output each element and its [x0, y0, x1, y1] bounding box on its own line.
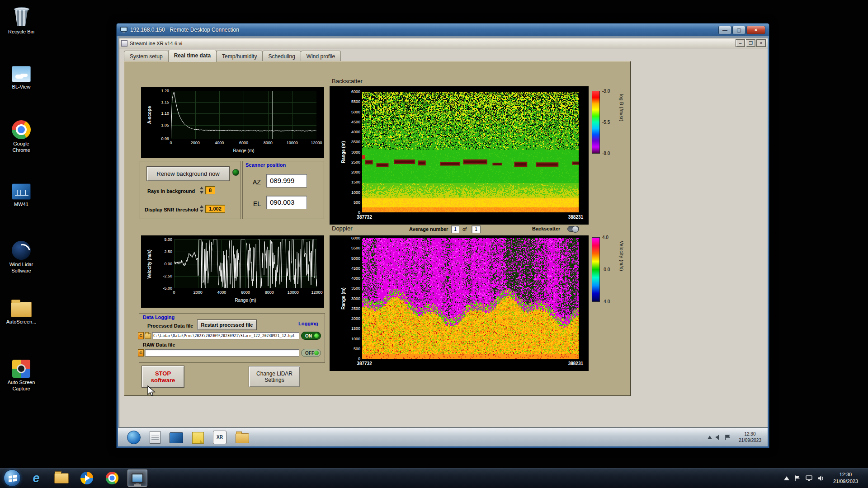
az-field[interactable]: 089.999: [266, 174, 307, 188]
change-lidar-settings-button[interactable]: Change LiDAR Settings: [249, 366, 300, 387]
average-number-field[interactable]: 1: [451, 225, 459, 233]
tray-flag-icon[interactable]: [795, 475, 800, 481]
axis-tick-label: 500: [354, 200, 360, 205]
remote-file-explorer-icon[interactable]: [236, 433, 249, 443]
axis-tick-label: 3000: [351, 296, 360, 301]
browse-folder-icon[interactable]: [145, 333, 151, 339]
app-minimize-button[interactable]: –: [736, 39, 745, 47]
tray-expand-icon[interactable]: [784, 476, 789, 480]
axis-tick-label: 0: [173, 290, 175, 295]
taskbar-item-internet-explorer[interactable]: e: [26, 469, 46, 487]
rdc-close-button[interactable]: ×: [746, 26, 765, 34]
recycle-bin-icon: [13, 6, 29, 27]
taskbar-item-chrome[interactable]: [102, 469, 122, 487]
restart-processed-file-button[interactable]: Restart processed file: [197, 319, 257, 330]
background-controls-group: Renew background now Rays in background …: [140, 161, 241, 219]
backscatter-plot-area[interactable]: [362, 92, 579, 212]
logging-label: Logging: [298, 321, 318, 326]
backscatter-display-toggle[interactable]: [567, 226, 579, 232]
backscatter-title: Backscatter: [332, 78, 363, 84]
el-field[interactable]: 090.003: [266, 196, 307, 209]
app-maximize-button[interactable]: ❐: [746, 39, 755, 47]
tab-scheduling[interactable]: Scheduling: [262, 51, 301, 62]
tab-real-time-data[interactable]: Real time data: [168, 50, 217, 62]
taskbar-time: 12:30: [833, 471, 858, 478]
desktop-icon-wind-lidar[interactable]: Wind Lidar Software: [1, 241, 42, 274]
stop-software-button[interactable]: STOP software: [142, 366, 184, 388]
axis-tick-label: 1.05: [161, 123, 169, 127]
axis-tick-label: 6000: [241, 290, 250, 295]
processed-data-file-field[interactable]: C:\Lidar\Data\Proc\2023\202309\20230921\…: [152, 332, 299, 339]
drive-letter-icon[interactable]: C: [138, 349, 144, 357]
desktop-icon-bl-view[interactable]: BL-View: [1, 63, 42, 90]
remote-volume-icon[interactable]: [716, 435, 722, 440]
snr-threshold-field[interactable]: 1.002: [205, 205, 225, 213]
desktop-icon-recycle-bin[interactable]: Recycle Bin: [1, 6, 42, 35]
remote-sticky-notes-icon[interactable]: [192, 432, 204, 444]
app-close-button[interactable]: ×: [756, 39, 766, 47]
doppler-colorbar-tick: 4.0: [602, 235, 609, 240]
renew-background-button[interactable]: Renew background now: [146, 166, 230, 181]
taskbar-item-media-player[interactable]: [77, 469, 97, 487]
tab-wind-profile[interactable]: Wind profile: [301, 51, 341, 62]
remote-time: 12:30: [739, 431, 761, 437]
tray-network-icon[interactable]: [806, 475, 812, 481]
velocity-plot-area[interactable]: [174, 239, 317, 288]
rdc-minimize-button[interactable]: —: [718, 26, 731, 34]
axis-tick-label: 4000: [351, 130, 360, 134]
remote-system-tray: 12:30 21/09/2023: [708, 431, 768, 443]
rdc-maximize-button[interactable]: ▢: [732, 26, 745, 34]
tab-system-setup[interactable]: System setup: [124, 51, 169, 62]
remote-monitor-app-icon[interactable]: [170, 432, 183, 443]
remote-tray-expand-icon[interactable]: [708, 436, 712, 439]
desktop-icon-google-chrome[interactable]: Google Chrome: [1, 120, 42, 154]
velocity-y-axis-label: Velocity (m/s): [147, 243, 152, 286]
rays-in-background-field[interactable]: 8: [205, 186, 215, 194]
axis-tick-label: 6000: [351, 236, 360, 240]
desktop-icon-mw41[interactable]: MW41: [1, 182, 42, 208]
axis-tick-label: 4500: [351, 266, 360, 271]
remote-xr-app-icon[interactable]: XR: [213, 431, 226, 444]
media-player-icon: [80, 472, 93, 484]
remote-flag-icon[interactable]: [725, 435, 730, 440]
el-label: EL: [253, 200, 261, 207]
raw-data-file-field[interactable]: [145, 349, 299, 357]
drive-letter-icon[interactable]: C: [138, 332, 144, 339]
ascope-plot-area[interactable]: [171, 91, 316, 139]
axis-tick-label: 2000: [351, 316, 360, 321]
raw-logging-toggle[interactable]: OFF: [301, 349, 321, 357]
tab-strip: System setup Real time data Temp/humidit…: [124, 50, 340, 62]
remote-clock[interactable]: 12:30 21/09/2023: [734, 431, 761, 443]
axis-tick-label: 2000: [193, 290, 203, 295]
taskbar-item-file-explorer[interactable]: [52, 469, 71, 487]
rdc-title-bar[interactable]: 192.168.0.150 - Remote Desktop Connectio…: [117, 23, 769, 36]
axis-tick-label: 0: [358, 210, 360, 215]
remote-browser-icon[interactable]: [127, 431, 141, 444]
start-button[interactable]: [4, 469, 21, 487]
taskbar-item-remote-desktop[interactable]: [127, 469, 147, 487]
app-title-bar[interactable]: StreamLine XR v14-6.vi – ❐ ×: [119, 38, 768, 48]
tray-volume-icon[interactable]: [818, 475, 824, 481]
axis-tick-label: 388231: [568, 361, 583, 366]
axis-tick-label: -2.50: [163, 274, 172, 278]
average-total-field[interactable]: 1: [472, 225, 481, 233]
data-logging-group: Data Logging Processed Data file Restart…: [139, 313, 325, 363]
chrome-icon: [12, 120, 31, 139]
rays-spinner[interactable]: [200, 186, 204, 194]
axis-tick-label: 6000: [351, 89, 360, 94]
axis-tick-label: 0.99: [161, 136, 169, 141]
taskbar-clock[interactable]: 12:30 21/09/2023: [830, 470, 862, 486]
desktop-icon-autoscreen[interactable]: AutoScreen...: [1, 298, 42, 325]
axis-tick-label: 5000: [351, 256, 360, 261]
snr-spinner[interactable]: [200, 205, 204, 213]
scanner-position-title: Scanner position: [245, 162, 286, 168]
desktop-icon-auto-screen-capture[interactable]: Auto Screen Capture: [1, 360, 42, 392]
doppler-plot-area[interactable]: [362, 238, 579, 359]
backscatter-colorbar-tick: -5.5: [602, 120, 610, 125]
remote-text-editor-icon[interactable]: [150, 431, 160, 444]
tab-temp-humidity[interactable]: Temp/humidity: [216, 51, 263, 62]
stop-button-line2: software: [142, 377, 184, 384]
desktop-icon-label: AutoScreen...: [1, 319, 42, 325]
axis-tick-label: 1000: [351, 190, 360, 195]
processed-logging-toggle[interactable]: ON: [301, 332, 321, 340]
